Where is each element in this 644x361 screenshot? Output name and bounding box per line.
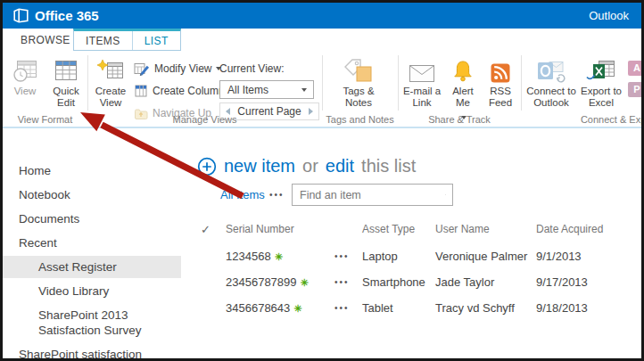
- sidebar-item-documents[interactable]: Documents: [3, 207, 181, 231]
- asset-type-cell: Laptop: [362, 250, 435, 263]
- tab-browse[interactable]: BROWSE: [21, 34, 70, 46]
- group-label-share-track: Share & Track: [398, 114, 521, 125]
- serial-cell: 23456787899✳: [226, 275, 334, 289]
- new-item-badge-icon: ✳: [293, 303, 301, 314]
- date-cell: 9/1/2013: [536, 250, 641, 263]
- new-item-link[interactable]: new item: [224, 156, 295, 176]
- tags-notes-label: Tags & Notes: [334, 86, 383, 109]
- view-button[interactable]: View: [5, 57, 45, 97]
- create-column-button[interactable]: Create Column: [134, 84, 225, 98]
- email-link-button[interactable]: E-mail a Link: [401, 57, 442, 109]
- email-link-label: E-mail a Link: [401, 86, 442, 109]
- or-text: or: [302, 156, 318, 176]
- serial-cell: 1234568✳: [226, 250, 334, 263]
- modify-view-icon: [134, 62, 150, 76]
- current-view-label: Current View:: [219, 62, 284, 75]
- dropdown-caret-icon: [301, 88, 307, 92]
- search-box: [292, 184, 453, 206]
- rss-feed-icon: [482, 57, 519, 84]
- group-separator: [521, 55, 522, 111]
- view-label: View: [5, 86, 45, 97]
- table-row[interactable]: 23456787899✳ ••• Smartphone Jade Taylor …: [201, 269, 641, 295]
- new-item-badge-icon: ✳: [301, 277, 309, 288]
- create-column-label: Create Column: [153, 85, 225, 97]
- create-view-button[interactable]: Create View: [90, 57, 131, 109]
- modify-view-label: Modify View: [154, 62, 211, 75]
- alert-me-label: Alert Me: [445, 86, 481, 109]
- asset-type-cell: Tablet: [362, 301, 435, 315]
- tab-items[interactable]: ITEMS: [74, 31, 133, 50]
- sidebar-item-asset-register[interactable]: Asset Register: [3, 256, 181, 278]
- ribbon: View Quick Edit View Format: [3, 52, 641, 128]
- group-label-manage-views: Manage Views: [87, 114, 322, 125]
- user-name-cell: Jade Taylor: [435, 275, 536, 289]
- group-separator: [322, 55, 323, 111]
- item-menu-ellipsis[interactable]: •••: [334, 303, 350, 313]
- tags-notes-button[interactable]: Tags & Notes: [334, 57, 383, 109]
- table-row[interactable]: 3456678643✳ ••• Tablet Tracy vd Schyff 9…: [201, 295, 641, 321]
- item-menu-ellipsis[interactable]: •••: [334, 251, 350, 261]
- date-cell: 9/17/2013: [536, 275, 641, 289]
- quick-edit-label: Quick Edit: [46, 86, 86, 109]
- rss-feed-button[interactable]: RSS Feed: [482, 57, 519, 109]
- this-list-text: this list: [361, 156, 416, 176]
- plus-icon[interactable]: [197, 157, 217, 176]
- connect-outlook-button[interactable]: Connect to Outlook: [525, 57, 577, 109]
- asset-type-cell: Smartphone: [362, 275, 435, 289]
- suite-bar: Office 365 Outlook: [3, 3, 641, 29]
- item-menu-ellipsis[interactable]: •••: [334, 277, 350, 287]
- office365-brand[interactable]: Office 365: [13, 8, 99, 23]
- column-header-type[interactable]: Asset Type: [362, 223, 435, 235]
- column-header-serial[interactable]: Serial Number: [226, 223, 334, 235]
- sharepoint-window: Office 365 Outlook BROWSE ITEMS LIST: [0, 0, 644, 361]
- group-label-view-format: View Format: [3, 114, 87, 125]
- brand-label: Office 365: [35, 8, 99, 23]
- column-header-date[interactable]: Date Acquired: [536, 223, 641, 235]
- view-options-ellipsis[interactable]: •••: [269, 190, 285, 200]
- export-excel-icon: [578, 57, 624, 84]
- open-with-project-icon[interactable]: P: [628, 82, 644, 97]
- contextual-tab-group: ITEMS LIST: [73, 29, 181, 51]
- office-logo-icon: [13, 8, 29, 23]
- tab-list[interactable]: LIST: [133, 31, 180, 50]
- sidebar-item-video-library[interactable]: Video Library: [3, 279, 181, 303]
- quick-edit-button[interactable]: Quick Edit: [46, 57, 86, 109]
- sidebar-item-notebook[interactable]: Notebook: [3, 183, 181, 207]
- group-label-tags-notes: Tags and Notes: [322, 114, 398, 125]
- sidebar-item-sharepoint-satisfaction[interactable]: SharePoint satisfaction: [3, 342, 181, 361]
- quick-edit-icon: [46, 57, 86, 84]
- group-separator: [87, 55, 88, 111]
- new-item-bar: new item or edit this list: [197, 156, 416, 176]
- select-all-check-icon[interactable]: ✓: [201, 223, 226, 236]
- create-view-icon: [90, 57, 131, 84]
- search-input[interactable]: [293, 188, 445, 202]
- current-view-value: All Items: [227, 84, 268, 96]
- rss-feed-label: RSS Feed: [482, 86, 519, 109]
- view-selector-all-items[interactable]: All Items: [220, 188, 265, 201]
- column-header-user[interactable]: User Name: [435, 223, 536, 235]
- asset-list-table: ✓ Serial Number Asset Type User Name Dat…: [201, 215, 641, 321]
- list-view-main: new item or edit this list All Items •••…: [181, 128, 641, 358]
- table-row[interactable]: 1234568✳ ••• Laptop Veronique Palmer 9/1…: [201, 243, 641, 269]
- edit-list-link[interactable]: edit: [326, 156, 354, 176]
- email-link-icon: [401, 57, 442, 84]
- user-name-cell: Veronique Palmer: [435, 250, 536, 263]
- search-icon[interactable]: [445, 188, 446, 201]
- open-with-access-icon[interactable]: A: [628, 61, 644, 76]
- group-separator: [398, 55, 399, 111]
- serial-cell: 3456678643✳: [226, 301, 334, 315]
- alert-me-icon: [445, 57, 481, 84]
- export-excel-button[interactable]: Export to Excel: [578, 57, 624, 109]
- modify-view-button[interactable]: Modify View: [134, 62, 221, 76]
- ribbon-tab-row: BROWSE ITEMS LIST: [3, 29, 641, 52]
- outlook-link[interactable]: Outlook: [589, 9, 629, 22]
- current-view-dropdown[interactable]: All Items: [219, 80, 314, 99]
- view-icon: [5, 57, 45, 84]
- date-cell: 9/18/2013: [536, 301, 641, 315]
- create-column-icon: [134, 84, 148, 98]
- left-navigation: Home Notebook Documents Recent Asset Reg…: [3, 128, 181, 358]
- sidebar-item-recent[interactable]: Recent: [3, 231, 181, 255]
- sidebar-item-home[interactable]: Home: [3, 159, 181, 183]
- export-excel-label: Export to Excel: [578, 86, 624, 109]
- sidebar-item-satisfaction-survey[interactable]: SharePoint 2013 Satisfaction Survey: [3, 303, 154, 342]
